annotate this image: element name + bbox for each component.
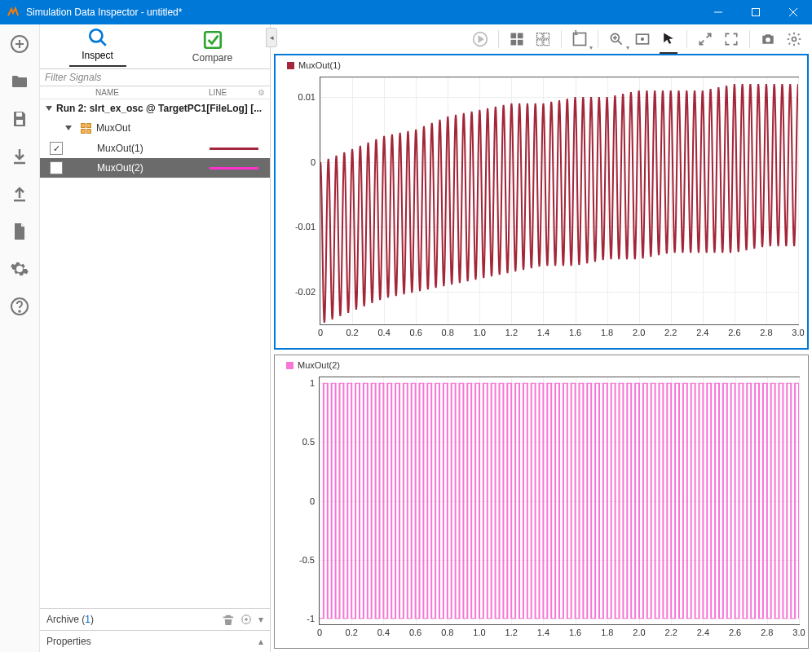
svg-line-16: [100, 40, 106, 46]
window-minimize-button[interactable]: [699, 0, 737, 24]
legend-swatch-1: [287, 62, 294, 69]
chart-2-legend: MuxOut(2): [286, 360, 340, 370]
signal-row-2[interactable]: MuxOut(2): [40, 158, 270, 178]
fullscreen-icon[interactable]: [720, 28, 743, 51]
legend-label-2: MuxOut(2): [298, 360, 340, 370]
settings-icon[interactable]: [8, 258, 31, 280]
svg-rect-25: [511, 40, 517, 46]
svg-line-33: [618, 41, 622, 45]
plot-area: 1▾ ▾ MuxOut(1) -0.02-0.0100.0100.20.40.6…: [271, 24, 812, 652]
signal-parent-row[interactable]: MuxOut: [40, 117, 270, 139]
legend-label-1: MuxOut(1): [298, 60, 341, 70]
expand-icon[interactable]: [694, 28, 717, 51]
chart-2[interactable]: MuxOut(2) -1-0.500.5100.20.40.60.81.01.2…: [274, 355, 809, 649]
layout-single-icon[interactable]: 1▾: [568, 28, 591, 51]
column-headers: NAME LINE ⚙: [40, 86, 270, 99]
properties-bar[interactable]: Properties ▴: [40, 630, 270, 652]
gear-icon[interactable]: [241, 614, 252, 625]
legend-swatch-2: [286, 362, 293, 369]
run-row[interactable]: Run 2: slrt_ex_osc @ TargetPC1[FileLog] …: [40, 99, 270, 117]
caret-down-icon: [64, 124, 73, 132]
cursor-icon[interactable]: [657, 28, 680, 51]
folder-icon[interactable]: [8, 70, 31, 93]
app-logo-icon: [7, 6, 20, 19]
svg-rect-24: [518, 33, 523, 39]
export-icon[interactable]: [8, 183, 31, 205]
play-icon[interactable]: [469, 28, 492, 51]
window-close-button[interactable]: [774, 0, 812, 24]
import-icon[interactable]: [8, 145, 31, 168]
panel-collapse-handle[interactable]: ◂: [266, 28, 277, 47]
svg-marker-18: [46, 106, 52, 111]
document-icon[interactable]: [8, 220, 31, 243]
checkbox-icon: [202, 29, 223, 51]
search-icon: [87, 27, 108, 48]
svg-rect-28: [544, 33, 549, 39]
chevron-down-icon[interactable]: ▾: [258, 614, 263, 625]
chart-2-axes[interactable]: -1-0.500.5100.20.40.60.81.01.21.41.61.82…: [319, 377, 800, 625]
save-icon[interactable]: [8, 108, 31, 130]
caret-down-icon: [45, 104, 53, 112]
svg-rect-27: [537, 33, 543, 39]
archive-count: 1: [85, 614, 90, 625]
svg-point-40: [766, 37, 770, 42]
svg-rect-1: [752, 9, 760, 16]
svg-point-14: [19, 311, 20, 312]
window-title: Simulation Data Inspector - untitled*: [26, 7, 699, 18]
fit-icon[interactable]: [631, 28, 654, 51]
chart-1-legend: MuxOut(1): [287, 60, 341, 70]
layout-grid-icon[interactable]: [505, 28, 528, 51]
chevron-up-icon[interactable]: ▴: [258, 636, 263, 647]
signal-panel: ◂ Inspect Compare Filter Signals NAME LI…: [40, 24, 271, 652]
plot-toolbar: 1▾ ▾: [271, 24, 812, 54]
camera-icon[interactable]: [757, 28, 779, 51]
tab-inspect-label: Inspect: [82, 50, 113, 61]
mux-icon: [81, 123, 91, 134]
signal-row-1[interactable]: ✓ MuxOut(1): [40, 139, 270, 158]
signal-parent-label: MuxOut: [96, 122, 130, 134]
help-icon[interactable]: [8, 295, 31, 318]
layout-badge: 1: [574, 29, 578, 37]
svg-point-41: [792, 37, 797, 42]
signal-line-swatch-1: [210, 148, 258, 150]
run-label: Run 2: slrt_ex_osc @ TargetPC1[FileLog] …: [56, 103, 262, 114]
add-icon[interactable]: [8, 33, 31, 55]
trash-icon[interactable]: [223, 614, 234, 625]
gear-icon[interactable]: [783, 28, 805, 51]
column-line[interactable]: LINE: [209, 88, 258, 97]
archive-label: Archive: [46, 614, 79, 625]
svg-rect-7: [16, 112, 22, 117]
signal-name-1: MuxOut(1): [77, 143, 210, 154]
svg-point-20: [245, 618, 248, 621]
chart-1[interactable]: MuxOut(1) -0.02-0.0100.0100.20.40.60.81.…: [274, 54, 809, 350]
signal-tree: Run 2: slrt_ex_osc @ TargetPC1[FileLog] …: [40, 99, 270, 608]
signal-checkbox-1[interactable]: ✓: [50, 142, 63, 155]
left-rail: [0, 24, 40, 652]
layout-grid-dashed-icon[interactable]: [532, 28, 554, 51]
svg-marker-19: [65, 126, 72, 130]
chart-1-axes[interactable]: -0.02-0.0100.0100.20.40.60.81.01.21.41.6…: [320, 77, 799, 325]
svg-rect-26: [518, 40, 523, 46]
svg-point-37: [642, 38, 644, 41]
svg-rect-23: [511, 33, 517, 39]
svg-rect-30: [544, 40, 549, 46]
svg-point-15: [90, 29, 102, 42]
tab-compare-label: Compare: [192, 52, 232, 64]
svg-marker-22: [479, 37, 483, 42]
svg-rect-29: [537, 40, 543, 46]
zoom-icon[interactable]: ▾: [605, 28, 628, 51]
column-name[interactable]: NAME: [56, 88, 209, 97]
window-maximize-button[interactable]: [737, 0, 774, 24]
svg-rect-17: [205, 32, 221, 48]
titlebar: Simulation Data Inspector - untitled*: [0, 0, 812, 24]
column-options-icon[interactable]: ⚙: [258, 88, 265, 97]
signal-filter-input[interactable]: Filter Signals: [40, 68, 270, 86]
signal-name-2: MuxOut(2): [77, 162, 210, 174]
svg-rect-8: [16, 120, 23, 125]
tab-inspect[interactable]: Inspect: [40, 24, 155, 68]
signal-checkbox-2[interactable]: [50, 161, 63, 174]
properties-label: Properties: [46, 636, 91, 647]
signal-line-swatch-2: [210, 167, 258, 170]
tab-compare[interactable]: Compare: [155, 24, 270, 68]
archive-bar[interactable]: Archive (1) ▾: [40, 608, 270, 630]
